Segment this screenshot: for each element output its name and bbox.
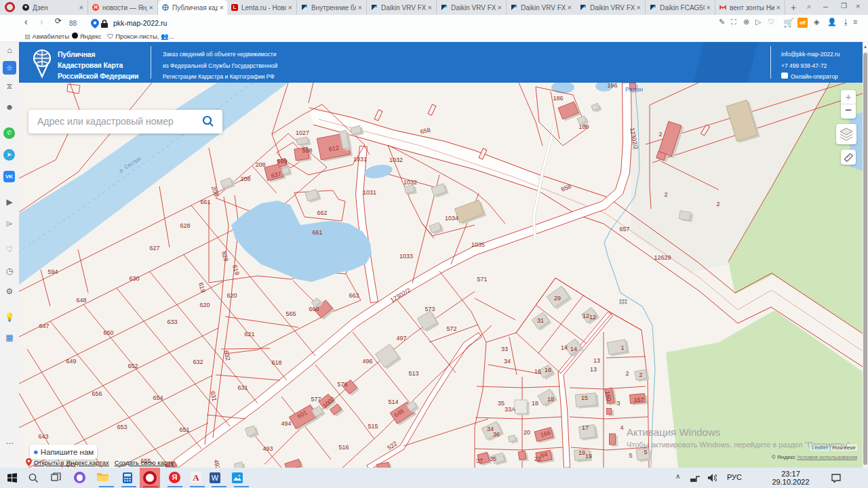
svg-text:1032: 1032 xyxy=(403,179,417,186)
svg-text:516: 516 xyxy=(338,444,349,451)
svg-text:18: 18 xyxy=(547,396,554,403)
svg-text:651: 651 xyxy=(179,426,189,433)
svg-text:661: 661 xyxy=(312,229,322,236)
svg-text:20: 20 xyxy=(524,429,530,436)
svg-text:15: 15 xyxy=(581,394,588,401)
svg-text:13: 13 xyxy=(590,366,597,373)
svg-text:Радон: Радон xyxy=(625,86,643,93)
svg-text:577: 577 xyxy=(311,396,321,403)
svg-text:189: 189 xyxy=(578,123,589,130)
svg-text:14: 14 xyxy=(561,344,568,351)
svg-text:2: 2 xyxy=(639,371,642,378)
svg-text:3: 3 xyxy=(616,400,620,407)
svg-text:34: 34 xyxy=(487,426,494,432)
svg-text:656: 656 xyxy=(92,390,102,397)
svg-text:631: 631 xyxy=(237,384,248,391)
svg-text:35: 35 xyxy=(490,455,496,462)
svg-text:1027: 1027 xyxy=(296,129,309,136)
svg-text:1035: 1035 xyxy=(471,241,485,248)
svg-text:627: 627 xyxy=(149,245,159,251)
svg-text:663: 663 xyxy=(349,292,359,299)
svg-text:620: 620 xyxy=(199,302,210,308)
svg-text:652: 652 xyxy=(127,363,138,369)
svg-text:649: 649 xyxy=(66,358,76,365)
svg-text:594: 594 xyxy=(47,268,58,275)
svg-text:633: 633 xyxy=(167,319,177,325)
svg-text:647: 647 xyxy=(39,323,49,329)
svg-text:16: 16 xyxy=(545,367,551,373)
svg-text:33: 33 xyxy=(501,346,508,352)
svg-text:571: 571 xyxy=(477,276,487,283)
svg-text:19: 19 xyxy=(585,453,592,460)
svg-text:13: 13 xyxy=(593,357,600,364)
svg-text:2: 2 xyxy=(658,131,662,138)
svg-text:572: 572 xyxy=(446,325,456,332)
svg-text:660: 660 xyxy=(309,306,319,312)
svg-text:515: 515 xyxy=(368,423,378,430)
svg-text:4: 4 xyxy=(620,424,623,431)
svg-text:186: 186 xyxy=(553,95,563,102)
svg-text:1031: 1031 xyxy=(353,156,367,163)
svg-text:653: 653 xyxy=(117,424,127,430)
svg-text:621: 621 xyxy=(244,331,254,338)
svg-text:12: 12 xyxy=(583,312,589,319)
svg-text:497: 497 xyxy=(396,335,406,342)
svg-text:31: 31 xyxy=(537,317,544,324)
svg-text:1034: 1034 xyxy=(445,215,458,222)
svg-text:W: W xyxy=(212,474,219,482)
svg-text:18: 18 xyxy=(532,400,538,407)
svg-text:630: 630 xyxy=(129,275,139,282)
svg-text:662: 662 xyxy=(317,209,327,216)
svg-text:35: 35 xyxy=(498,400,505,407)
svg-text:650: 650 xyxy=(103,329,113,336)
svg-text:648: 648 xyxy=(76,297,86,304)
svg-text:17: 17 xyxy=(582,424,589,431)
svg-text:493: 493 xyxy=(262,445,273,452)
svg-text:496: 496 xyxy=(362,358,372,365)
svg-text:628: 628 xyxy=(180,222,190,229)
svg-text:1031: 1031 xyxy=(363,189,376,196)
svg-text:657: 657 xyxy=(619,226,629,232)
svg-text:2: 2 xyxy=(716,201,719,207)
svg-text:64: 64 xyxy=(540,451,548,459)
svg-text:576: 576 xyxy=(337,381,347,388)
svg-text:2: 2 xyxy=(664,191,667,198)
svg-text:208: 208 xyxy=(255,161,265,168)
svg-text:2: 2 xyxy=(625,370,629,377)
svg-text:14: 14 xyxy=(570,346,577,352)
svg-text:1033: 1033 xyxy=(399,253,413,260)
svg-text:654: 654 xyxy=(153,394,163,401)
svg-text:494: 494 xyxy=(281,420,291,427)
svg-text:22: 22 xyxy=(534,455,541,462)
svg-text:598: 598 xyxy=(302,147,312,154)
svg-text:618: 618 xyxy=(271,359,281,366)
svg-text:208: 208 xyxy=(240,176,250,182)
svg-text:16: 16 xyxy=(534,368,541,375)
svg-text:12629: 12629 xyxy=(654,254,671,261)
svg-text:632: 632 xyxy=(193,359,203,365)
svg-text:167: 167 xyxy=(633,396,644,403)
svg-text:5: 5 xyxy=(629,452,632,459)
svg-text:1: 1 xyxy=(620,344,624,351)
svg-text:29: 29 xyxy=(554,295,561,302)
svg-text:661: 661 xyxy=(200,199,210,205)
svg-text:33А: 33А xyxy=(505,406,515,413)
svg-text:565: 565 xyxy=(285,310,296,317)
svg-text:34: 34 xyxy=(504,358,511,365)
svg-text:620: 620 xyxy=(226,292,237,299)
svg-text:196: 196 xyxy=(607,83,617,89)
svg-text:1032: 1032 xyxy=(389,157,403,163)
svg-text:37: 37 xyxy=(476,458,483,464)
svg-text:513: 513 xyxy=(408,370,418,377)
svg-text:599: 599 xyxy=(277,158,287,165)
svg-text:5: 5 xyxy=(644,449,647,455)
svg-text:514: 514 xyxy=(388,399,398,405)
svg-text:19: 19 xyxy=(578,449,585,456)
svg-text:36: 36 xyxy=(493,431,500,438)
svg-text:643: 643 xyxy=(38,433,48,440)
svg-text:573: 573 xyxy=(425,306,435,312)
svg-text:492: 492 xyxy=(212,459,221,468)
svg-text:12: 12 xyxy=(589,314,596,321)
